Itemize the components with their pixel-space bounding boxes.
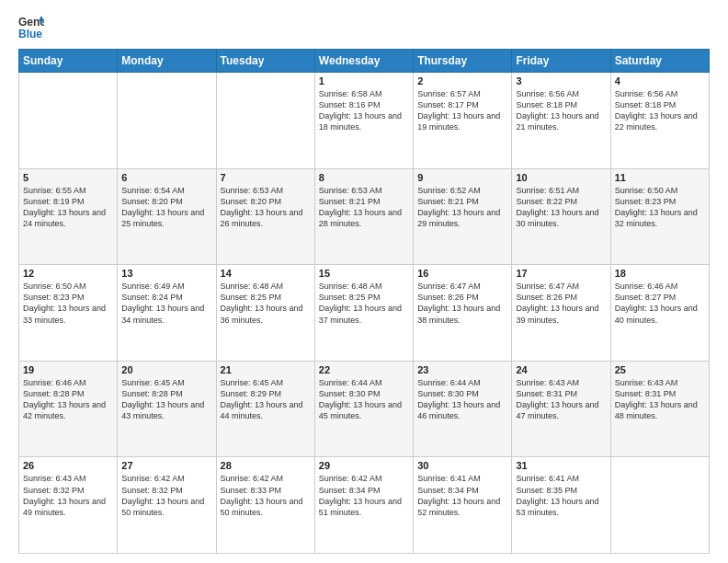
calendar-cell: 3Sunrise: 6:56 AM Sunset: 8:18 PM Daylig… [512, 73, 610, 169]
day-info: Sunrise: 6:47 AM Sunset: 8:26 PM Dayligh… [417, 281, 507, 326]
day-number: 16 [417, 268, 507, 279]
calendar-cell: 21Sunrise: 6:45 AM Sunset: 8:29 PM Dayli… [216, 361, 314, 457]
day-number: 5 [23, 172, 113, 183]
day-info: Sunrise: 6:41 AM Sunset: 8:35 PM Dayligh… [516, 473, 606, 518]
day-info: Sunrise: 6:48 AM Sunset: 8:25 PM Dayligh… [319, 281, 409, 326]
day-info: Sunrise: 6:46 AM Sunset: 8:28 PM Dayligh… [23, 377, 113, 422]
day-number: 18 [615, 268, 705, 279]
calendar-cell: 13Sunrise: 6:49 AM Sunset: 8:24 PM Dayli… [118, 265, 216, 362]
calendar-cell: 5Sunrise: 6:55 AM Sunset: 8:19 PM Daylig… [19, 168, 118, 265]
day-number: 11 [615, 172, 705, 183]
weekday-header-tuesday: Tuesday [216, 50, 314, 73]
day-number: 3 [516, 75, 606, 86]
calendar-cell: 26Sunrise: 6:43 AM Sunset: 8:32 PM Dayli… [19, 457, 118, 554]
day-number: 14 [221, 268, 311, 279]
weekday-header-friday: Friday [512, 50, 610, 73]
calendar-cell: 2Sunrise: 6:57 AM Sunset: 8:17 PM Daylig… [414, 73, 512, 169]
weekday-header-sunday: Sunday [19, 50, 118, 73]
day-info: Sunrise: 6:50 AM Sunset: 8:23 PM Dayligh… [615, 185, 705, 230]
calendar-cell: 24Sunrise: 6:43 AM Sunset: 8:31 PM Dayli… [512, 361, 610, 457]
day-number: 25 [615, 364, 705, 375]
day-number: 8 [319, 172, 409, 183]
day-number: 24 [516, 364, 606, 375]
calendar-cell [19, 73, 118, 169]
calendar-cell: 22Sunrise: 6:44 AM Sunset: 8:30 PM Dayli… [314, 361, 413, 457]
svg-text:Blue: Blue [18, 28, 42, 40]
day-number: 4 [615, 75, 705, 86]
day-number: 19 [23, 364, 113, 375]
weekday-header-row: SundayMondayTuesdayWednesdayThursdayFrid… [19, 50, 710, 73]
day-info: Sunrise: 6:52 AM Sunset: 8:21 PM Dayligh… [417, 185, 507, 230]
week-row-4: 19Sunrise: 6:46 AM Sunset: 8:28 PM Dayli… [19, 361, 710, 457]
day-info: Sunrise: 6:44 AM Sunset: 8:30 PM Dayligh… [319, 377, 409, 422]
day-number: 17 [516, 268, 606, 279]
day-info: Sunrise: 6:43 AM Sunset: 8:31 PM Dayligh… [516, 377, 606, 422]
weekday-header-wednesday: Wednesday [314, 50, 413, 73]
day-info: Sunrise: 6:56 AM Sunset: 8:18 PM Dayligh… [615, 88, 705, 133]
calendar-table: SundayMondayTuesdayWednesdayThursdayFrid… [18, 49, 710, 554]
day-info: Sunrise: 6:51 AM Sunset: 8:22 PM Dayligh… [516, 185, 606, 230]
week-row-1: 1Sunrise: 6:58 AM Sunset: 8:16 PM Daylig… [19, 73, 710, 169]
day-info: Sunrise: 6:45 AM Sunset: 8:28 PM Dayligh… [121, 377, 211, 422]
day-info: Sunrise: 6:53 AM Sunset: 8:20 PM Dayligh… [221, 185, 311, 230]
day-number: 7 [221, 172, 311, 183]
day-number: 13 [121, 268, 211, 279]
logo: General Blue [18, 14, 48, 40]
day-info: Sunrise: 6:43 AM Sunset: 8:31 PM Dayligh… [615, 377, 705, 422]
calendar-cell: 28Sunrise: 6:42 AM Sunset: 8:33 PM Dayli… [216, 457, 314, 554]
calendar-cell: 30Sunrise: 6:41 AM Sunset: 8:34 PM Dayli… [414, 457, 512, 554]
calendar-cell: 14Sunrise: 6:48 AM Sunset: 8:25 PM Dayli… [216, 265, 314, 362]
calendar-cell: 4Sunrise: 6:56 AM Sunset: 8:18 PM Daylig… [610, 73, 709, 169]
calendar-cell [610, 457, 709, 554]
day-number: 31 [516, 460, 606, 471]
calendar-cell: 17Sunrise: 6:47 AM Sunset: 8:26 PM Dayli… [512, 265, 610, 362]
day-number: 10 [516, 172, 606, 183]
calendar-cell: 16Sunrise: 6:47 AM Sunset: 8:26 PM Dayli… [414, 265, 512, 362]
day-number: 28 [221, 460, 311, 471]
calendar-cell: 18Sunrise: 6:46 AM Sunset: 8:27 PM Dayli… [610, 265, 709, 362]
day-number: 12 [23, 268, 113, 279]
calendar-cell: 9Sunrise: 6:52 AM Sunset: 8:21 PM Daylig… [414, 168, 512, 265]
header: General Blue [18, 14, 710, 40]
calendar-cell: 19Sunrise: 6:46 AM Sunset: 8:28 PM Dayli… [19, 361, 118, 457]
week-row-5: 26Sunrise: 6:43 AM Sunset: 8:32 PM Dayli… [19, 457, 710, 554]
calendar-cell: 6Sunrise: 6:54 AM Sunset: 8:20 PM Daylig… [118, 168, 216, 265]
week-row-3: 12Sunrise: 6:50 AM Sunset: 8:23 PM Dayli… [19, 265, 710, 362]
calendar-cell: 11Sunrise: 6:50 AM Sunset: 8:23 PM Dayli… [610, 168, 709, 265]
calendar-cell [216, 73, 314, 169]
logo-icon: General Blue [18, 14, 44, 40]
day-info: Sunrise: 6:42 AM Sunset: 8:34 PM Dayligh… [319, 473, 409, 518]
weekday-header-thursday: Thursday [414, 50, 512, 73]
day-number: 15 [319, 268, 409, 279]
day-number: 1 [319, 75, 409, 86]
day-number: 2 [417, 75, 507, 86]
day-info: Sunrise: 6:42 AM Sunset: 8:32 PM Dayligh… [121, 473, 211, 518]
calendar-cell: 1Sunrise: 6:58 AM Sunset: 8:16 PM Daylig… [314, 73, 413, 169]
day-info: Sunrise: 6:50 AM Sunset: 8:23 PM Dayligh… [23, 281, 113, 326]
day-info: Sunrise: 6:55 AM Sunset: 8:19 PM Dayligh… [23, 185, 113, 230]
svg-text:General: General [18, 16, 44, 29]
day-info: Sunrise: 6:56 AM Sunset: 8:18 PM Dayligh… [516, 88, 606, 133]
day-info: Sunrise: 6:47 AM Sunset: 8:26 PM Dayligh… [516, 281, 606, 326]
calendar-cell [118, 73, 216, 169]
day-number: 30 [417, 460, 507, 471]
day-number: 26 [23, 460, 113, 471]
day-info: Sunrise: 6:58 AM Sunset: 8:16 PM Dayligh… [319, 88, 409, 133]
day-info: Sunrise: 6:42 AM Sunset: 8:33 PM Dayligh… [221, 473, 311, 518]
day-number: 29 [319, 460, 409, 471]
page: General Blue SundayMondayTuesdayWednesda… [0, 0, 728, 563]
day-info: Sunrise: 6:54 AM Sunset: 8:20 PM Dayligh… [121, 185, 211, 230]
weekday-header-saturday: Saturday [610, 50, 709, 73]
calendar-cell: 10Sunrise: 6:51 AM Sunset: 8:22 PM Dayli… [512, 168, 610, 265]
calendar-cell: 15Sunrise: 6:48 AM Sunset: 8:25 PM Dayli… [314, 265, 413, 362]
day-info: Sunrise: 6:44 AM Sunset: 8:30 PM Dayligh… [417, 377, 507, 422]
day-number: 23 [417, 364, 507, 375]
day-info: Sunrise: 6:57 AM Sunset: 8:17 PM Dayligh… [417, 88, 507, 133]
day-info: Sunrise: 6:53 AM Sunset: 8:21 PM Dayligh… [319, 185, 409, 230]
day-number: 27 [121, 460, 211, 471]
day-info: Sunrise: 6:41 AM Sunset: 8:34 PM Dayligh… [417, 473, 507, 518]
weekday-header-monday: Monday [118, 50, 216, 73]
week-row-2: 5Sunrise: 6:55 AM Sunset: 8:19 PM Daylig… [19, 168, 710, 265]
calendar-cell: 31Sunrise: 6:41 AM Sunset: 8:35 PM Dayli… [512, 457, 610, 554]
day-number: 22 [319, 364, 409, 375]
